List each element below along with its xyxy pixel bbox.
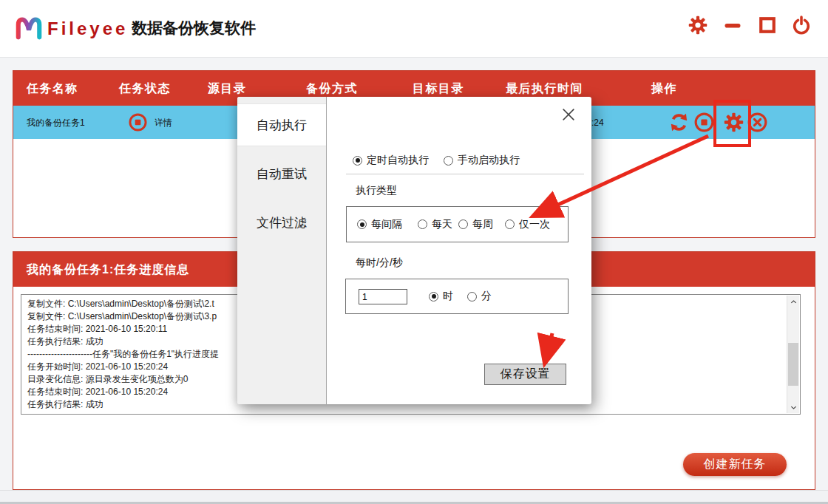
- radio-dot[interactable]: [458, 219, 468, 229]
- scroll-up-icon[interactable]: [787, 296, 799, 307]
- close-power-icon[interactable]: [791, 15, 812, 35]
- interval-value-input[interactable]: [359, 289, 407, 304]
- radio-dot[interactable]: [357, 219, 367, 229]
- col-target-dir: 目标目录: [413, 81, 464, 96]
- scrollbar-thumb[interactable]: [788, 343, 798, 386]
- radio-dot[interactable]: [467, 292, 477, 302]
- radio-manual-start[interactable]: 手动启动执行: [444, 154, 520, 167]
- progress-title: 我的备份任务1:任务进度信息: [27, 262, 189, 277]
- app-window: Fileyee 数据备份恢复软件 任务名称 任务状态 源目录 备份方式 目标目录…: [0, 0, 828, 504]
- task-name-cell: 我的备份任务1: [27, 116, 85, 129]
- radio-every-week[interactable]: 每周: [458, 218, 493, 231]
- radio-dot[interactable]: [418, 219, 427, 229]
- col-actions: 操作: [651, 81, 677, 96]
- task-settings-gear-icon[interactable]: [723, 112, 744, 133]
- radio-unit-minute[interactable]: 分: [467, 290, 492, 303]
- col-source-dir: 源目录: [208, 81, 247, 96]
- scroll-down-icon[interactable]: [787, 401, 799, 413]
- run-sync-icon[interactable]: [668, 112, 690, 133]
- col-task-status: 任务状态: [119, 81, 171, 96]
- settings-dialog: 自动执行 自动重试 文件过滤 定时自动执行 手动启动执行 执行类型 每间隔: [237, 97, 591, 404]
- radio-dot[interactable]: [444, 156, 453, 166]
- settings-gear-icon[interactable]: [688, 15, 708, 35]
- dialog-sidebar: 自动执行 自动重试 文件过滤: [237, 97, 327, 404]
- tab-auto-run[interactable]: 自动执行: [237, 103, 326, 146]
- run-mode-radio-group: 定时自动执行 手动启动执行: [353, 154, 520, 167]
- col-task-name: 任务名称: [27, 81, 78, 96]
- last-run-cell: :24: [591, 118, 604, 128]
- radio-dot[interactable]: [429, 292, 438, 302]
- exec-type-group: 每间隔 每天 每周 仅一次: [346, 206, 569, 242]
- app-title: 数据备份恢复软件: [132, 18, 256, 38]
- create-task-button[interactable]: 创建新任务: [683, 453, 787, 476]
- delete-x-icon[interactable]: [747, 112, 768, 133]
- titlebar: Fileyee 数据备份恢复软件: [0, 0, 828, 58]
- radio-dot[interactable]: [505, 219, 515, 229]
- col-last-run: 最后执行时间: [506, 81, 583, 96]
- brand-name: Fileyee: [47, 18, 128, 39]
- radio-timed-auto[interactable]: 定时自动执行: [353, 154, 429, 167]
- tab-auto-retry[interactable]: 自动重试: [237, 152, 326, 195]
- interval-group: 时 分: [345, 279, 569, 314]
- exec-type-label: 执行类型: [356, 184, 397, 197]
- radio-only-once[interactable]: 仅一次: [505, 218, 550, 231]
- minimize-icon[interactable]: [722, 15, 743, 35]
- log-scrollbar[interactable]: [787, 296, 799, 413]
- divider: [346, 174, 584, 174]
- radio-every-interval[interactable]: 每间隔: [357, 218, 402, 231]
- save-settings-button[interactable]: 保存设置: [484, 364, 566, 385]
- maximize-icon[interactable]: [757, 15, 778, 35]
- dialog-close-icon[interactable]: [560, 106, 577, 123]
- radio-every-day[interactable]: 每天: [418, 218, 452, 231]
- interval-label: 每时/分/秒: [356, 256, 403, 270]
- radio-dot[interactable]: [353, 156, 362, 166]
- fileyee-logo-icon: [15, 13, 43, 44]
- task-detail-link[interactable]: 详情: [155, 116, 172, 129]
- tab-file-filter[interactable]: 文件过滤: [237, 201, 326, 244]
- radio-unit-hour[interactable]: 时: [429, 290, 453, 303]
- col-backup-mode: 备份方式: [306, 81, 358, 96]
- status-strip: [0, 490, 828, 504]
- task-stop-status-icon: [128, 112, 148, 132]
- stop-icon[interactable]: [693, 112, 715, 133]
